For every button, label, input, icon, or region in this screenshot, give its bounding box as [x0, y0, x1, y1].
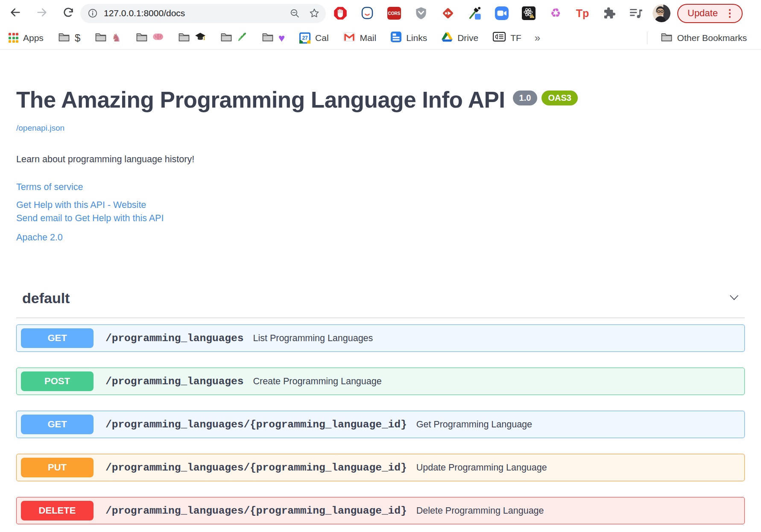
terms-of-service-link[interactable]: Terms of service — [16, 182, 745, 193]
bookmark-folder-brain[interactable] — [129, 32, 171, 44]
method-badge-put[interactable]: PUT — [21, 458, 94, 477]
bookmark-star-icon[interactable] — [309, 8, 320, 19]
endpoint-summary: Update Programming Language — [416, 462, 547, 473]
endpoint-row-list-languages[interactable]: GET /programming_languages List Programm… — [16, 324, 745, 352]
calendar-label: Cal — [315, 33, 329, 43]
browser-toolbar: 127.0.0.1:8000/docs CORS — [0, 0, 761, 26]
api-title-row: The Amazing Programming Language Info AP… — [16, 87, 745, 112]
bookmarks-divider — [647, 32, 647, 44]
recycle-extension-icon[interactable]: ♻ — [549, 6, 562, 20]
apps-grid-icon — [9, 33, 18, 43]
method-badge-delete[interactable]: DELETE — [21, 501, 94, 520]
back-button[interactable] — [7, 5, 24, 22]
endpoint-path: /programming_languages — [105, 333, 243, 344]
folder-icon — [262, 32, 274, 44]
swagger-page: The Amazing Programming Language Info AP… — [0, 87, 761, 524]
tampermonkey-tp-icon[interactable]: Tp — [576, 6, 589, 20]
chrome-update-button[interactable]: Update ⋮ — [677, 4, 743, 23]
api-title: The Amazing Programming Language Info AP… — [16, 87, 505, 112]
method-badge-get[interactable]: GET — [21, 328, 94, 348]
purple-heart-icon: ♥ — [278, 32, 285, 44]
profile-avatar[interactable] — [653, 4, 670, 22]
method-badge-get[interactable]: GET — [21, 415, 94, 434]
bookmark-drive[interactable]: Drive — [434, 32, 486, 44]
adblock-icon[interactable] — [334, 6, 347, 20]
endpoint-path: /programming_languages — [105, 376, 243, 387]
graduation-cap-icon — [195, 32, 206, 44]
bookmark-folder-purple-heart[interactable]: ♥ — [255, 32, 292, 44]
bookmarks-overflow-chevron[interactable]: » — [529, 32, 546, 44]
oas3-badge: OAS3 — [541, 91, 577, 105]
extensions-puzzle-icon[interactable] — [603, 6, 616, 20]
address-bar[interactable]: 127.0.0.1:8000/docs — [80, 4, 326, 23]
folder-icon — [661, 32, 673, 44]
bookmark-folder-graduation[interactable] — [171, 32, 213, 44]
endpoint-summary: Get Programming Language — [416, 419, 532, 430]
site-info-icon[interactable] — [87, 8, 98, 19]
folder-icon — [178, 32, 190, 44]
react-devtools-icon[interactable] — [522, 6, 536, 20]
diamond-arrow-extension-icon[interactable] — [441, 6, 455, 20]
section-collapse-button[interactable] — [724, 291, 744, 306]
bookmark-mail[interactable]: Mail — [336, 32, 384, 44]
reload-icon — [62, 6, 74, 20]
help-website-link[interactable]: Get Help with this API - Website — [16, 200, 745, 210]
dollar-glyph: $ — [75, 32, 80, 44]
reload-button[interactable] — [60, 5, 77, 22]
herb-icon — [237, 32, 247, 44]
api-links: Terms of service Get Help with this API … — [16, 182, 745, 243]
folder-icon — [58, 32, 70, 44]
browser-menu-icon[interactable]: ⋮ — [725, 8, 735, 18]
mail-label: Mail — [360, 33, 377, 43]
version-badge: 1.0 — [513, 91, 538, 105]
shield-extension-icon[interactable] — [414, 6, 428, 20]
tp-label: Tp — [576, 7, 589, 20]
default-section-header[interactable]: default — [16, 290, 745, 307]
folder-icon — [95, 32, 107, 44]
endpoint-path: /programming_languages/{programming_lang… — [105, 419, 407, 430]
update-label: Update — [688, 8, 718, 19]
bookmark-folder-dollar[interactable]: $ — [51, 32, 88, 44]
endpoint-row-delete-language[interactable]: DELETE /programming_languages/{programmi… — [16, 497, 745, 524]
chevron-down-icon — [729, 295, 739, 302]
bookmark-links[interactable]: Links — [383, 32, 434, 44]
bookmark-apps[interactable]: Apps — [7, 33, 51, 43]
openapi-spec-link[interactable]: /openapi.json — [16, 123, 64, 133]
bookmark-calendar[interactable]: 27 Cal — [292, 32, 336, 44]
cors-badge-label: CORS — [387, 7, 401, 20]
endpoint-row-get-language[interactable]: GET /programming_languages/{programming_… — [16, 411, 745, 438]
endpoint-path: /programming_languages/{programming_lang… — [105, 462, 407, 474]
help-email-link[interactable]: Send email to Get Help with this API — [16, 213, 745, 224]
recycle-glyph: ♻ — [550, 7, 561, 19]
url-text[interactable]: 127.0.0.1:8000/docs — [104, 8, 289, 18]
bookmark-folder-carousel[interactable]: ♞ — [88, 32, 128, 44]
other-bookmarks-label: Other Bookmarks — [677, 33, 747, 43]
api-description: Learn about programming language history… — [16, 154, 745, 165]
method-badge-post[interactable]: POST — [21, 371, 94, 391]
drive-label: Drive — [457, 33, 478, 43]
gmail-icon — [343, 32, 355, 44]
brain-icon — [152, 32, 164, 43]
endpoint-summary: List Programming Languages — [253, 333, 373, 344]
endpoints-list: GET /programming_languages List Programm… — [16, 324, 745, 524]
section-divider — [16, 318, 745, 318]
other-bookmarks[interactable]: Other Bookmarks — [637, 32, 754, 44]
bookmarks-bar: Apps $ ♞ ♥ 27 Cal Mail Links Drive — [0, 26, 761, 50]
endpoint-row-create-language[interactable]: POST /programming_languages Create Progr… — [16, 368, 745, 395]
bookmark-tf[interactable]: TF — [486, 32, 529, 44]
cors-extension-icon[interactable]: CORS — [387, 6, 401, 20]
color-picker-extension-icon[interactable] — [468, 6, 482, 20]
section-title: default — [22, 290, 70, 307]
license-link[interactable]: Apache 2.0 — [16, 232, 745, 243]
endpoint-path: /programming_languages/{programming_lang… — [105, 505, 407, 517]
forward-button[interactable] — [33, 5, 50, 22]
endpoint-row-update-language[interactable]: PUT /programming_languages/{programming_… — [16, 454, 745, 481]
zoom-out-icon[interactable] — [289, 8, 300, 19]
extensions-row: CORS ♻ Tp — [334, 6, 643, 20]
endpoint-summary: Delete Programming Language — [416, 506, 544, 516]
playlist-extension-icon[interactable] — [629, 6, 643, 20]
chat-bubble-extension-icon[interactable] — [360, 6, 374, 20]
apps-label: Apps — [23, 33, 44, 43]
bookmark-folder-herb[interactable] — [213, 32, 255, 44]
zoom-app-icon[interactable] — [495, 6, 509, 20]
